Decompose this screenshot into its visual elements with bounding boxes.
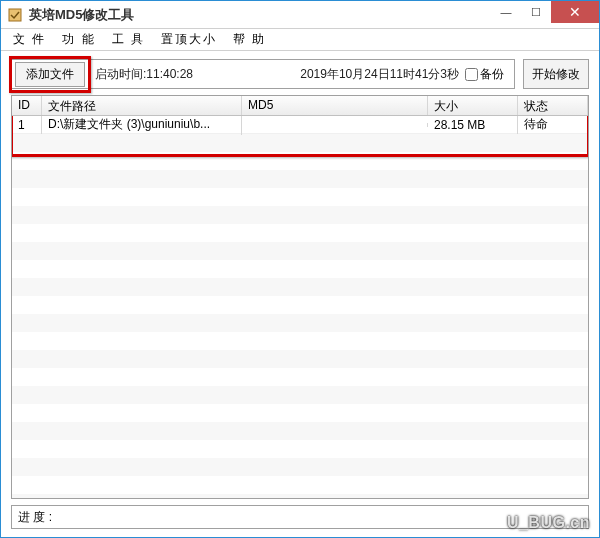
titlebar[interactable]: 英培MD5修改工具 — ☐ ✕ (1, 1, 599, 29)
start-modify-button[interactable]: 开始修改 (523, 59, 589, 89)
cell-path: D:\新建文件夹 (3)\guniuniu\b... (42, 116, 242, 135)
close-button[interactable]: ✕ (551, 1, 599, 23)
backup-label: 备份 (480, 66, 504, 83)
window-frame: 英培MD5修改工具 — ☐ ✕ 文 件 功 能 工 具 置顶大小 帮 助 添加文… (0, 0, 600, 538)
svg-rect-0 (9, 9, 21, 21)
rows-layer: 1 D:\新建文件夹 (3)\guniuniu\b... 28.15 MB 待命 (12, 116, 588, 134)
menu-topsize[interactable]: 置顶大小 (153, 29, 225, 50)
watermark: U_BUG.cn (507, 514, 590, 532)
minimize-button[interactable]: — (491, 1, 521, 23)
window-controls: — ☐ ✕ (491, 1, 599, 23)
col-header-md5[interactable]: MD5 (242, 96, 428, 115)
menu-tool[interactable]: 工 具 (104, 29, 153, 50)
cell-size: 28.15 MB (428, 116, 518, 134)
app-icon (7, 7, 23, 23)
add-file-wrap: 添加文件 (15, 62, 85, 87)
menu-function[interactable]: 功 能 (54, 29, 103, 50)
col-header-path[interactable]: 文件路径 (42, 96, 242, 115)
menu-help[interactable]: 帮 助 (225, 29, 274, 50)
cell-status: 待命 (518, 116, 588, 135)
cell-id: 1 (12, 116, 42, 134)
col-header-id[interactable]: ID (12, 96, 42, 115)
window-title: 英培MD5修改工具 (29, 6, 134, 24)
stripe-background (12, 116, 588, 498)
backup-checkbox[interactable] (465, 68, 478, 81)
toolbar-inner: 添加文件 启动时间:11:40:28 2019年10月24日11时41分3秒 备… (11, 59, 515, 89)
list-header: ID 文件路径 MD5 大小 状态 (12, 96, 588, 116)
col-header-status[interactable]: 状态 (518, 96, 588, 115)
toolbar: 添加文件 启动时间:11:40:28 2019年10月24日11时41分3秒 备… (1, 51, 599, 95)
cell-md5 (242, 123, 428, 127)
list-body[interactable]: 1 D:\新建文件夹 (3)\guniuniu\b... 28.15 MB 待命 (12, 116, 588, 498)
add-file-button[interactable]: 添加文件 (15, 62, 85, 87)
menu-file[interactable]: 文 件 (5, 29, 54, 50)
menubar: 文 件 功 能 工 具 置顶大小 帮 助 (1, 29, 599, 51)
maximize-button[interactable]: ☐ (521, 1, 551, 23)
status-bar: 进 度 : (11, 505, 589, 529)
table-row[interactable]: 1 D:\新建文件夹 (3)\guniuniu\b... 28.15 MB 待命 (12, 116, 588, 134)
backup-checkbox-wrap[interactable]: 备份 (465, 66, 504, 83)
col-header-size[interactable]: 大小 (428, 96, 518, 115)
file-list: ID 文件路径 MD5 大小 状态 1 D:\新建文件夹 (3)\guniuni… (11, 95, 589, 499)
current-time: 2019年10月24日11时41分3秒 (300, 66, 459, 83)
progress-label: 进 度 : (18, 509, 52, 526)
start-time-label: 启动时间:11:40:28 (95, 66, 193, 83)
